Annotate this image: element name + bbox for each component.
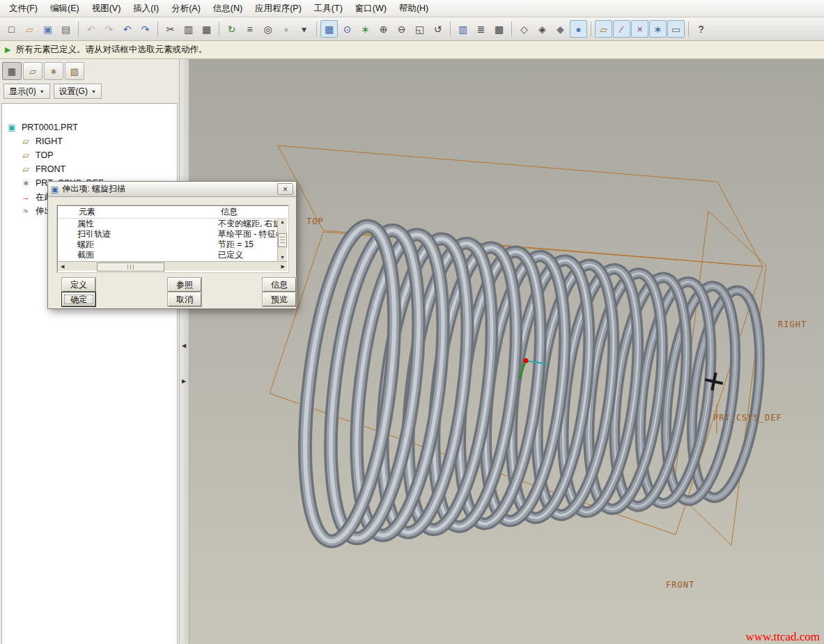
helical-sweep-icon: ≈: [20, 206, 31, 216]
zoom-out-icon[interactable]: ⊖: [393, 20, 410, 38]
find-icon[interactable]: ◎: [259, 20, 277, 38]
menu-view[interactable]: 视图(V): [86, 1, 127, 17]
view-manager-icon[interactable]: ▩: [490, 20, 508, 38]
regenerate-icon[interactable]: ↻: [223, 20, 240, 38]
top-plane-label: TOP: [306, 217, 324, 226]
cut-icon[interactable]: ✂: [162, 20, 179, 38]
elements-table: 元素 信息 属性不变的螺距, 右旋, 穿扫引轨迹草绘平面 - 特征#2的螺距节距…: [57, 205, 288, 272]
redo-icon[interactable]: ↷: [137, 20, 154, 38]
tree-item-top-plane[interactable]: ▱TOP: [2, 148, 177, 162]
tree-item-part-root[interactable]: ▣PRT0001.PRT: [2, 120, 177, 134]
zoom-in-icon[interactable]: ⊕: [375, 20, 392, 38]
menu-insert[interactable]: 插入(I): [127, 1, 165, 17]
model-info-icon[interactable]: ≡: [241, 20, 258, 38]
elements-rows: 属性不变的螺距, 右旋, 穿扫引轨迹草绘平面 - 特征#2的螺距节距 = 15截…: [58, 219, 278, 262]
column-header-element: 元素: [58, 206, 218, 218]
new-file-icon[interactable]: □: [3, 20, 20, 38]
helical-sweep-dialog: ▣ 伸出项: 螺旋扫描 × 元素 信息 属性不变的螺距, 右旋, 穿扫引轨迹草绘…: [47, 181, 297, 309]
element-row[interactable]: 截面已定义: [58, 250, 278, 260]
toolbar-separator: [591, 22, 591, 37]
dialog-title-bar[interactable]: ▣ 伸出项: 螺旋扫描 ×: [48, 182, 296, 197]
annotation-display-icon[interactable]: ▭: [667, 20, 685, 38]
undo-icon[interactable]: ↶: [118, 20, 136, 38]
reorient-icon[interactable]: ↺: [429, 20, 446, 38]
settings-menu-label: 设置(G): [59, 86, 88, 97]
spin-center-icon[interactable]: ∗: [357, 20, 374, 38]
element-name: 截面: [58, 249, 217, 261]
graphics-viewport[interactable]: TOP RIGHT FRONT PRT_CSYS_DEF www.ttcad.c…: [189, 59, 824, 644]
wireframe-display-icon[interactable]: ◇: [515, 20, 533, 38]
toolbar-separator: [511, 22, 512, 37]
element-row[interactable]: 扫引轨迹草绘平面 - 特征#2的: [58, 229, 278, 239]
datum-plane-icon: ▱: [20, 136, 31, 146]
scroll-up-icon[interactable]: ▲: [280, 219, 285, 226]
shaded-display-icon[interactable]: ●: [570, 20, 587, 38]
undo-disabled-icon: ↶: [82, 20, 100, 38]
define-button[interactable]: 定义: [62, 278, 95, 292]
scroll-down-icon[interactable]: ▼: [280, 254, 285, 261]
hidden-line-display-icon[interactable]: ◈: [534, 20, 551, 38]
element-row[interactable]: 螺距节距 = 15: [58, 239, 278, 250]
tree-item-label: RIGHT: [36, 136, 63, 146]
sketch-display-icon[interactable]: ▦: [320, 20, 338, 38]
close-icon[interactable]: ×: [277, 183, 293, 195]
menu-analysis[interactable]: 分析(A): [165, 1, 207, 17]
tree-item-right-plane[interactable]: ▱RIGHT: [2, 134, 177, 148]
collapse-panel-arrow[interactable]: ◀: [180, 336, 188, 354]
menu-applications[interactable]: 应用程序(P): [249, 1, 308, 17]
spin-center-point: [524, 359, 529, 363]
element-row[interactable]: 属性不变的螺距, 右旋, 穿: [58, 219, 278, 229]
open-file-icon[interactable]: ▱: [21, 20, 38, 38]
datum-orient-icon[interactable]: ⊙: [339, 20, 356, 38]
point-display-icon[interactable]: ×: [631, 20, 648, 38]
context-help-icon[interactable]: ?: [692, 20, 710, 38]
save-file-icon[interactable]: ▣: [39, 20, 56, 38]
scroll-right-icon[interactable]: ▶: [281, 263, 285, 270]
preview-button[interactable]: 预览: [263, 292, 296, 306]
saved-views-icon[interactable]: ▥: [454, 20, 472, 38]
menu-tools[interactable]: 工具(T): [308, 1, 349, 17]
print-icon[interactable]: ▤: [57, 20, 75, 38]
copy-icon[interactable]: ▥: [180, 20, 197, 38]
history-tab[interactable]: ▧: [65, 62, 84, 80]
tree-item-front-plane[interactable]: ▱FRONT: [2, 162, 177, 176]
folder-browser-tab[interactable]: ▱: [23, 62, 42, 80]
layers-icon[interactable]: ≣: [472, 20, 490, 38]
no-hidden-display-icon[interactable]: ◆: [552, 20, 569, 38]
tree-controls: 显示(0) ▼ 设置(G) ▼: [0, 83, 179, 100]
select-filter-icon[interactable]: ▫: [277, 20, 295, 38]
model-tree-tab[interactable]: ▦: [2, 62, 22, 80]
axis-display-icon[interactable]: ∕: [613, 20, 630, 38]
horizontal-scrollbar[interactable]: ◀ ▶: [59, 261, 287, 271]
horizontal-scroll-thumb[interactable]: [97, 262, 164, 272]
csys-display-icon[interactable]: ∗: [649, 20, 667, 38]
refit-icon[interactable]: ◱: [411, 20, 428, 38]
menu-info[interactable]: 信息(N): [207, 1, 249, 17]
show-menu-label: 显示(0): [9, 86, 36, 97]
vertical-scrollbar[interactable]: ▲ ▼: [277, 219, 287, 261]
front-plane-label: FRONT: [666, 580, 694, 590]
menu-edit[interactable]: 编辑(E): [44, 1, 86, 17]
ok-button[interactable]: 确定: [62, 292, 95, 306]
select-dropdown-icon[interactable]: ▾: [295, 20, 313, 38]
plane-display-icon[interactable]: ▱: [595, 20, 612, 38]
vertical-scroll-thumb[interactable]: [278, 233, 287, 247]
references-button[interactable]: 参照: [168, 278, 201, 292]
cancel-button[interactable]: 取消: [168, 292, 201, 306]
panel-splitter[interactable]: ◀ ▶: [180, 59, 189, 644]
settings-menu-button[interactable]: 设置(G) ▼: [54, 84, 102, 99]
favorites-tab[interactable]: ∗: [44, 62, 63, 80]
menu-help[interactable]: 帮助(H): [393, 1, 435, 17]
csys-label: PRT_CSYS_DEF: [713, 413, 782, 423]
paste-icon[interactable]: ▦: [198, 20, 215, 38]
show-menu-button[interactable]: 显示(0) ▼: [3, 84, 50, 99]
menu-file[interactable]: 文件(F): [3, 1, 44, 17]
menu-window[interactable]: 窗口(W): [349, 1, 393, 17]
scroll-left-icon[interactable]: ◀: [61, 263, 64, 270]
toolbar-separator: [688, 22, 689, 37]
expand-panel-arrow[interactable]: ▶: [180, 372, 188, 390]
element-info: 已定义: [217, 249, 278, 261]
info-button[interactable]: 信息: [263, 278, 296, 292]
tree-item-label: TOP: [36, 150, 53, 160]
helical-spring-geometry[interactable]: [290, 221, 770, 547]
